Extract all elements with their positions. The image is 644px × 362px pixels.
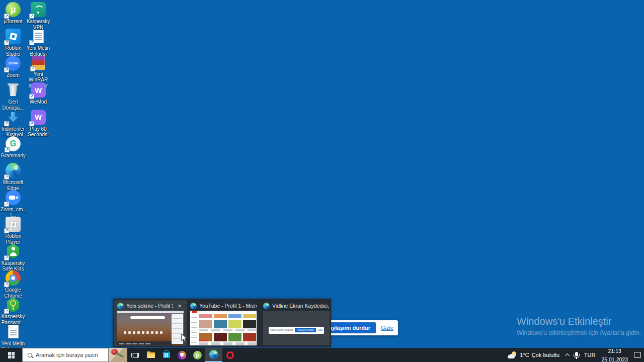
desktop-icon-i-ndirilenler-k-sayol[interactable]: ↗İndirilenler - Kısayol	[0, 110, 26, 138]
zoom-app-icon: zoom↗	[6, 56, 21, 71]
desktop-icon--torrent[interactable]: µ↗µTorrent	[0, 2, 26, 25]
shortcut-arrow-badge: ↗	[4, 228, 9, 233]
action-center-button[interactable]	[631, 348, 644, 362]
desktop-icon-roblox-studio[interactable]: ↗Roblox Studio	[0, 29, 26, 57]
shortcut-arrow-badge: ↗	[29, 40, 34, 45]
shortcut-arrow-badge: ↗	[4, 67, 9, 72]
rose-photo-taskbar-icon[interactable]	[109, 348, 127, 362]
weather-temperature: 1°C	[520, 352, 529, 358]
shortcut-arrow-badge: ↗	[29, 121, 34, 126]
taskbar-search[interactable]	[22, 348, 109, 362]
desktop-icon-grammarly[interactable]: G↗Grammarly	[0, 136, 26, 159]
clock[interactable]: 21:13 25.01.2023	[598, 348, 631, 362]
search-icon	[28, 353, 32, 357]
security-app-button[interactable]	[174, 348, 190, 362]
weather-widget[interactable]: 1°C Çok bulutlu	[505, 348, 562, 362]
close-preview-icon[interactable]: ×	[176, 302, 184, 310]
text-file-icon: ↗	[31, 29, 46, 44]
edge-favicon	[190, 303, 197, 309]
search-input[interactable]	[36, 352, 108, 358]
tray-time: 21:13	[608, 348, 621, 354]
preview-thumbnail-vidline[interactable]: Vidline Ekran Kaydedici, ekranınızı payl…	[263, 311, 330, 345]
edge-icon	[209, 350, 218, 359]
desktop-icon-kaspersky-passwor-[interactable]: ↗Kaspersky Passwor...	[0, 297, 26, 325]
file-explorer-button[interactable]	[143, 348, 158, 362]
wemod-icon: W↗	[31, 82, 46, 98]
taskbar: µ 1°C Çok bulutlu TUR 21:13 25.01.2023	[0, 348, 644, 362]
start-button[interactable]	[0, 348, 22, 362]
shortcut-arrow-badge: ↗	[30, 66, 35, 71]
activation-title: Windows'u Etkinleştir	[517, 316, 641, 327]
recycle-bin-icon	[6, 82, 21, 98]
task-view-icon	[132, 352, 138, 358]
shortcut-arrow-badge: ↗	[4, 309, 9, 314]
desktop-icon-google-chrome[interactable]: ↗Google Chrome	[0, 270, 26, 299]
desktop-icon-zoom[interactable]: zoom↗Zoom	[0, 56, 26, 78]
opera-icon	[226, 351, 234, 359]
desktop-icon-wemod[interactable]: W↗WeMod	[25, 82, 51, 105]
youtube-thumb-captions	[199, 342, 256, 344]
youtube-thumb-row2	[199, 333, 256, 341]
desktop-icon-geri-d-n-[interactable]: Geri Dönüşü...	[0, 82, 26, 111]
preview-card-new-tab[interactable]: Yeni sekme - Profil 1 - Mi... ×	[114, 300, 187, 346]
vidline-mini-text: Vidline Ekran Kaydedici, ekranınızı payl…	[270, 329, 294, 331]
vidline-mini-stop-button: Paylaşımı durdur	[295, 328, 316, 332]
activation-watermark: Windows'u Etkinleştir Windows'u etkinleş…	[517, 316, 641, 336]
roblox-player-icon: ↗	[6, 217, 21, 232]
windows-desktop: { "wallpaper_color": "#0a63ae", "icons_g…	[0, 0, 644, 362]
edge-thumb-newsstrip	[117, 341, 172, 345]
tray-date: 25.01.2023	[601, 356, 628, 362]
desktop-icon-zoom-cm-f-[interactable]: ↗Zoom_cm_f...	[0, 190, 26, 218]
system-tray: 1°C Çok bulutlu TUR 21:13 25.01.2023	[505, 348, 644, 362]
edge-thumb-sidebar	[172, 314, 183, 344]
shortcut-arrow-badge: ↗	[29, 94, 34, 99]
edge-thumb-toolbar	[117, 311, 184, 313]
desktop-icon-label: µTorrent	[0, 19, 26, 25]
opera-taskbar-button[interactable]	[222, 348, 238, 362]
desktop-icon-kaspersky-safe-kids[interactable]: ↗Kaspersky Safe Kids	[0, 244, 26, 272]
desktop-icon-play-60-seconds-[interactable]: W↗Play 60 Seconds!	[25, 110, 51, 138]
kaspersky-vpn-icon: ↗	[31, 2, 46, 17]
shortcut-arrow-badge: ↗	[4, 14, 9, 19]
desktop-icon-kaspersky-vpn[interactable]: ↗Kaspersky VPN	[25, 2, 51, 30]
desktop-icon-microsoft-edge[interactable]: ↗Microsoft Edge	[0, 163, 26, 191]
zoom-meeting-icon: ↗	[6, 190, 21, 205]
shortcut-arrow-badge: ↗	[4, 255, 9, 260]
tray-overflow-button[interactable]	[562, 348, 572, 362]
activation-subtitle: Windows'u etkinleştirmek için Ayarlar'a …	[517, 329, 641, 336]
edge-thumb-shortcuts	[124, 331, 165, 334]
shortcut-arrow-badge: ↗	[4, 40, 9, 45]
language-indicator[interactable]: TUR	[581, 348, 599, 362]
shortcut-arrow-badge: ↗	[29, 14, 34, 19]
hide-share-bar-link[interactable]: Gizle	[381, 325, 393, 331]
text-file-icon	[6, 324, 21, 339]
microsoft-store-button[interactable]	[158, 348, 174, 362]
preview-card-youtube[interactable]: YouTube - Profil 1 - Microsoft E...	[187, 300, 260, 346]
roblox-studio-icon: ↗	[6, 29, 21, 44]
chevron-up-icon	[565, 353, 570, 358]
preview-thumbnail-youtube[interactable]	[190, 311, 257, 345]
microphone-tray-button[interactable]	[572, 348, 581, 362]
store-bag-icon	[163, 352, 170, 358]
desktop-icon-roblox-player[interactable]: ↗Roblox Player	[0, 217, 26, 245]
preview-title: Yeni sekme - Profil 1 - Mi...	[126, 303, 173, 309]
vidline-mini-hide-link: Gizle	[317, 329, 323, 331]
notification-icon	[634, 352, 641, 358]
utorrent-taskbar-button[interactable]: µ	[190, 348, 205, 362]
youtube-thumb-chips	[199, 314, 256, 318]
shortcut-arrow-badge: ↗	[5, 147, 10, 152]
desktop-icon-label: WeMod	[25, 99, 51, 105]
shortcut-arrow-badge: ↗	[4, 174, 9, 179]
wemod-icon: W↗	[31, 110, 46, 125]
utorrent-icon: µ	[193, 351, 202, 359]
kaspersky-safekids-icon: ↗	[6, 244, 21, 259]
edge-taskbar-button-active[interactable]	[205, 348, 222, 362]
downloads-icon: ↗	[6, 110, 21, 125]
preview-card-vidline[interactable]: Vidline Ekran Kaydedici, ekranın... Vidl…	[260, 300, 333, 346]
folder-icon	[147, 352, 155, 358]
preview-thumbnail-edge-newtab[interactable]	[117, 311, 184, 345]
language-code: TUR	[584, 352, 596, 358]
preview-title: YouTube - Profil 1 - Microsoft E...	[199, 303, 257, 309]
weather-icon	[508, 351, 517, 359]
task-view-button[interactable]	[127, 348, 143, 362]
